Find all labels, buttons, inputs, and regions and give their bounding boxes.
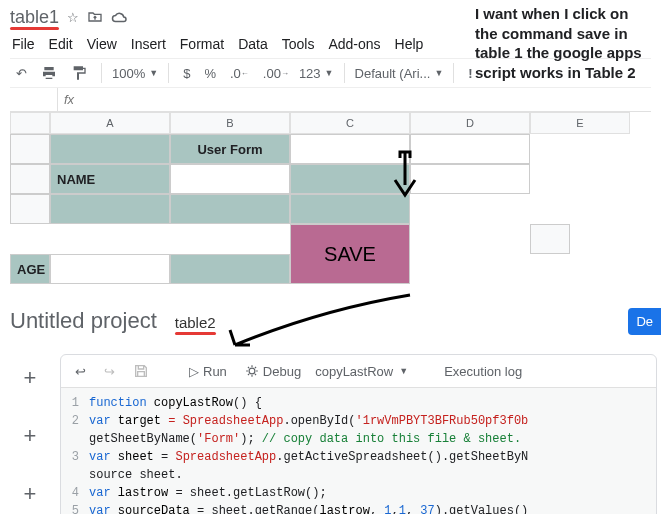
menu-view[interactable]: View (87, 36, 117, 52)
cell[interactable] (530, 254, 630, 284)
row-header[interactable] (10, 194, 50, 224)
line-number (61, 466, 89, 484)
line-number: 3 (61, 448, 89, 466)
annotation-text: I want when I click on the command save … (475, 4, 655, 82)
percent-button[interactable]: % (200, 64, 220, 83)
function-select[interactable]: copyLastRow▼ (315, 364, 408, 379)
cell[interactable] (530, 134, 630, 164)
col-header-a[interactable]: A (50, 112, 170, 134)
cloud-icon[interactable] (111, 10, 129, 24)
separator (344, 63, 345, 83)
cell[interactable] (50, 194, 170, 224)
cell[interactable] (170, 254, 290, 284)
corner-cell[interactable] (10, 112, 50, 134)
row-header[interactable] (10, 164, 50, 194)
print-button[interactable] (37, 63, 61, 83)
row-header[interactable] (10, 134, 50, 164)
menu-edit[interactable]: Edit (49, 36, 73, 52)
formula-input[interactable] (80, 88, 651, 111)
editor-toolbar: ↩ ↪ ▷ Run Debug copyLastRow▼ Execution l… (61, 355, 656, 388)
red-underline (10, 27, 59, 30)
caret-down-icon: ▼ (149, 68, 158, 78)
col-header-d[interactable]: D (410, 112, 530, 134)
name-input-cell[interactable] (170, 164, 290, 194)
col-header-b[interactable]: B (170, 112, 290, 134)
col-header-e[interactable]: E (530, 112, 630, 134)
format-select[interactable]: 123▼ (299, 66, 334, 81)
line-number: 4 (61, 484, 89, 502)
left-rail: + + + (0, 354, 60, 514)
cell[interactable] (410, 134, 530, 164)
run-button[interactable]: ▷ Run (185, 362, 231, 381)
script-tab-label: table2 (175, 314, 216, 331)
add-file-button[interactable]: + (16, 364, 44, 392)
document-title[interactable]: table1 (10, 7, 59, 28)
menu-addons[interactable]: Add-ons (328, 36, 380, 52)
row-header[interactable] (530, 224, 570, 254)
name-label-cell[interactable]: NAME (50, 164, 170, 194)
caret-down-icon: ▼ (399, 366, 408, 376)
save-button[interactable]: SAVE (290, 224, 410, 284)
caret-down-icon: ▼ (325, 68, 334, 78)
line-number: 1 (61, 394, 89, 412)
red-underline (175, 332, 216, 335)
editor: ↩ ↪ ▷ Run Debug copyLastRow▼ Execution l… (60, 354, 657, 514)
line-number: 2 (61, 412, 89, 430)
deploy-button[interactable]: De (628, 308, 661, 335)
menu-file[interactable]: File (12, 36, 35, 52)
menu-format[interactable]: Format (180, 36, 224, 52)
cell[interactable] (50, 134, 170, 164)
script-body: + + + ↩ ↪ ▷ Run Debug copyLastRow▼ Execu… (0, 354, 661, 514)
menu-help[interactable]: Help (395, 36, 424, 52)
fx-label: fx (58, 92, 80, 107)
apps-script-app: Untitled project table2 De + + + ↩ ↪ ▷ R… (0, 308, 661, 514)
format-value: 123 (299, 66, 321, 81)
add-service-button[interactable]: + (16, 480, 44, 508)
font-select[interactable]: Default (Ari...▼ (355, 66, 444, 81)
paint-format-button[interactable] (67, 63, 91, 83)
code-editor[interactable]: 1function copyLastRow() { 2var target = … (61, 388, 656, 514)
spreadsheet-grid: A B C D E User Form NAME SAVE AGE (10, 112, 651, 284)
menu-tools[interactable]: Tools (282, 36, 315, 52)
separator (101, 63, 102, 83)
debug-button[interactable]: Debug (241, 362, 305, 381)
separator (168, 63, 169, 83)
debug-label: Debug (263, 364, 301, 379)
name-box[interactable] (10, 88, 58, 111)
zoom-select[interactable]: 100%▼ (112, 66, 158, 81)
project-title[interactable]: Untitled project (10, 308, 157, 334)
age-label-cell[interactable]: AGE (10, 254, 50, 284)
decrease-decimal-button[interactable]: .0← (226, 64, 253, 83)
run-label: Run (203, 364, 227, 379)
caret-down-icon: ▼ (434, 68, 443, 78)
currency-button[interactable]: $ (179, 64, 194, 83)
script-tab[interactable]: table2 (175, 314, 216, 331)
redo-button[interactable]: ↪ (100, 362, 119, 381)
undo-button[interactable]: ↶ (12, 64, 31, 83)
form-title-cell[interactable]: User Form (170, 134, 290, 164)
save-button[interactable] (129, 361, 153, 381)
add-library-button[interactable]: + (16, 422, 44, 450)
star-icon[interactable]: ☆ (67, 10, 79, 25)
menu-data[interactable]: Data (238, 36, 268, 52)
line-number (61, 430, 89, 448)
undo-button[interactable]: ↩ (71, 362, 90, 381)
script-header: Untitled project table2 De (0, 308, 661, 334)
cell[interactable] (170, 194, 290, 224)
separator (453, 63, 454, 83)
move-folder-icon[interactable] (87, 9, 103, 25)
cell[interactable] (530, 164, 630, 194)
font-value: Default (Ari... (355, 66, 431, 81)
menu-insert[interactable]: Insert (131, 36, 166, 52)
document-title-text: table1 (10, 7, 59, 27)
execution-log-button[interactable]: Execution log (440, 362, 526, 381)
line-number: 5 (61, 502, 89, 514)
cell[interactable] (410, 164, 530, 194)
zoom-value: 100% (112, 66, 145, 81)
cell[interactable] (410, 224, 530, 254)
col-header-c[interactable]: C (290, 112, 410, 134)
function-name: copyLastRow (315, 364, 393, 379)
age-input-cell[interactable] (50, 254, 170, 284)
increase-decimal-button[interactable]: .00→ (259, 64, 293, 83)
formula-row: fx (10, 88, 651, 112)
